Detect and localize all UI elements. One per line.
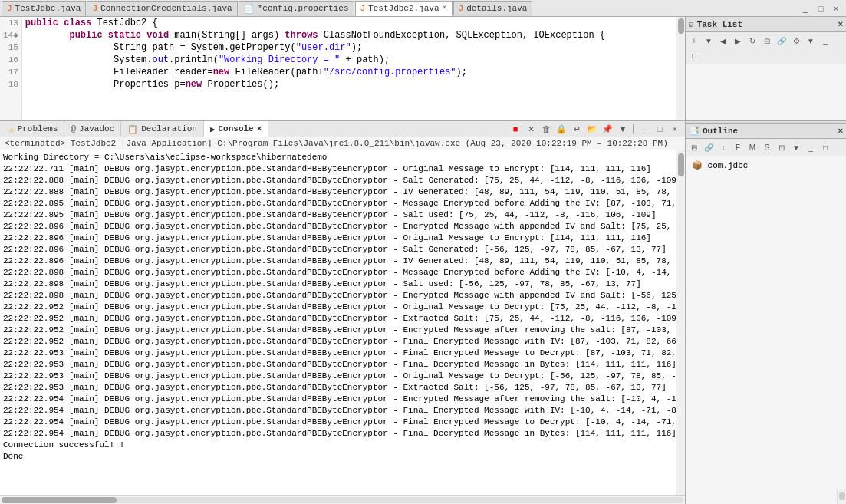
- task-list-title-bar: ☑ Task List ×: [686, 17, 846, 32]
- tab-config[interactable]: 📄 *config.properties: [239, 1, 354, 16]
- task-filter-button[interactable]: ▼: [702, 34, 716, 48]
- java-icon: J: [7, 4, 12, 13]
- bottom-tab-bar: ⚠ Problems @ Javadoc 📋 Declaration ▶ Con…: [0, 120, 685, 137]
- line-numbers: 13 14◆ 15 16 17 18: [0, 17, 22, 120]
- right-panel: ☑ Task List × + ▼ ◀ ▶ ↻ ⊟ 🔗 ⚙ ▼ _ □: [685, 17, 846, 504]
- task-settings-button[interactable]: ⚙: [789, 34, 803, 48]
- task-forward-button[interactable]: ▶: [731, 34, 745, 48]
- open-console-button[interactable]: 📂: [585, 122, 599, 136]
- console-tab-close-button[interactable]: ×: [257, 124, 262, 133]
- outline-toolbar: ⊟ 🔗 ↕ F M S ⊡ ▼ _ □: [686, 139, 846, 156]
- editor-hscroll[interactable]: [0, 120, 685, 120]
- outline-minimize-button[interactable]: _: [804, 140, 818, 154]
- console-content[interactable]: Working Directory = C:\Users\ais\eclipse…: [0, 150, 676, 495]
- editor-area: 13 14◆ 15 16 17 18 public class TestJdbc…: [0, 17, 685, 504]
- outline-vscroll[interactable]: [837, 489, 846, 504]
- console-options-button[interactable]: ▼: [616, 122, 630, 136]
- console-vscroll[interactable]: [676, 150, 685, 495]
- code-content[interactable]: public class TestJdbc2 { public static v…: [22, 17, 676, 120]
- task-list-close-button[interactable]: ×: [838, 20, 843, 29]
- outline-vscroll-thumb: [839, 492, 845, 500]
- maximize-console-button[interactable]: □: [653, 122, 667, 136]
- task-list-content: [686, 64, 846, 120]
- maximize-editor-button[interactable]: □: [814, 2, 828, 15]
- task-new-button[interactable]: +: [687, 34, 701, 48]
- editor-vscroll-thumb: [678, 18, 684, 34]
- outline-fields-button[interactable]: F: [731, 140, 745, 154]
- task-list-icon: ☑: [689, 19, 694, 29]
- java-icon: J: [360, 4, 366, 13]
- java-icon: J: [459, 4, 464, 13]
- tab-details[interactable]: J details.java: [453, 1, 533, 16]
- code-editor: 13 14◆ 15 16 17 18 public class TestJdbc…: [0, 17, 685, 120]
- console-header: <terminated> TestJdbc2 [Java Application…: [0, 137, 685, 150]
- console-toolbar: ■ ✕ 🗑 🔒 ↵ 📂 📌 ▼ _ □ ×: [509, 122, 685, 136]
- console-icon: ▶: [210, 124, 216, 134]
- scroll-lock-button[interactable]: 🔒: [555, 122, 568, 136]
- editor-vscroll[interactable]: [676, 17, 685, 120]
- tab-close-button[interactable]: ×: [443, 4, 447, 12]
- outline-title-bar: 📑 Outline ×: [686, 124, 846, 139]
- task-back-button[interactable]: ◀: [716, 34, 730, 48]
- editor-tab-bar: J TestJdbc.java J ConnectionCredentials.…: [0, 0, 846, 17]
- console-area: <terminated> TestJdbc2 [Java Application…: [0, 137, 685, 504]
- tab-declaration[interactable]: 📋 Declaration: [121, 121, 204, 137]
- java-icon: J: [92, 4, 97, 13]
- task-list-panel: ☑ Task List × + ▼ ◀ ▶ ↻ ⊟ 🔗 ⚙ ▼ _ □: [686, 17, 846, 120]
- remove-console-button[interactable]: ✕: [524, 122, 538, 136]
- outline-collapse-button[interactable]: ⊟: [687, 140, 701, 154]
- outline-methods-button[interactable]: M: [746, 140, 759, 154]
- outline-item-comjdbc[interactable]: 📦 com.jdbc: [689, 160, 843, 171]
- console-hscroll-track: [2, 497, 683, 503]
- task-link-button[interactable]: 🔗: [775, 34, 788, 48]
- task-minimize-button[interactable]: _: [818, 34, 832, 48]
- clear-console-button[interactable]: 🗑: [539, 122, 553, 136]
- pin-console-button[interactable]: 📌: [601, 122, 614, 136]
- console-hscroll-thumb: [2, 497, 117, 503]
- outline-link-button[interactable]: 🔗: [702, 140, 716, 154]
- tab-testjdbc[interactable]: J TestJdbc.java: [2, 1, 86, 16]
- outline-static-button[interactable]: S: [760, 140, 774, 154]
- stop-console-button[interactable]: ■: [509, 122, 522, 136]
- outline-close-button[interactable]: ×: [838, 127, 843, 136]
- main-layout: 13 14◆ 15 16 17 18 public class TestJdbc…: [0, 17, 846, 504]
- minimize-console-button[interactable]: _: [637, 122, 651, 136]
- console-hscroll[interactable]: [0, 495, 685, 504]
- outline-content: 📦 com.jdbc: [686, 156, 846, 489]
- outline-sort-button[interactable]: ↕: [716, 140, 730, 154]
- outline-options-button[interactable]: ▼: [789, 140, 803, 154]
- outline-filter-button[interactable]: ⊡: [775, 140, 788, 154]
- javadoc-icon: @: [71, 124, 76, 133]
- task-refresh-button[interactable]: ↻: [746, 34, 759, 48]
- console-vscroll-thumb: [678, 153, 684, 176]
- word-wrap-button[interactable]: ↵: [570, 122, 584, 136]
- tab-problems[interactable]: ⚠ Problems: [3, 121, 64, 137]
- tab-testjdbc2[interactable]: J TestJdbc2.java ×: [355, 1, 453, 16]
- problems-icon: ⚠: [9, 124, 15, 134]
- outline-icon: 📑: [689, 126, 700, 136]
- task-list-toolbar: + ▼ ◀ ▶ ↻ ⊟ 🔗 ⚙ ▼ _ □: [686, 32, 846, 64]
- package-icon: 📦: [692, 161, 703, 170]
- outline-maximize-button[interactable]: □: [818, 140, 832, 154]
- tab-javadoc[interactable]: @ Javadoc: [64, 121, 121, 137]
- close-console-button[interactable]: ×: [668, 122, 682, 136]
- declaration-icon: 📋: [127, 124, 138, 134]
- task-options-button[interactable]: ▼: [804, 34, 818, 48]
- properties-icon: 📄: [244, 4, 255, 14]
- task-maximize-button[interactable]: □: [687, 48, 701, 62]
- tab-console[interactable]: ▶ Console ×: [204, 121, 268, 137]
- outline-panel: 📑 Outline × ⊟ 🔗 ↕ F M S ⊡ ▼ _ □ 📦 com.jd…: [686, 124, 846, 504]
- tab-connectioncredentials[interactable]: J ConnectionCredentials.java: [87, 1, 237, 16]
- close-editor-button[interactable]: ×: [829, 2, 843, 15]
- task-collapse-button[interactable]: ⊟: [760, 34, 774, 48]
- minimize-editor-button[interactable]: _: [798, 2, 812, 15]
